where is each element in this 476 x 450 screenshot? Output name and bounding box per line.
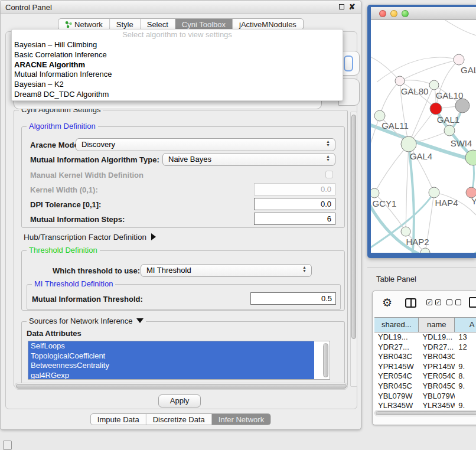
network-node[interactable]	[444, 125, 455, 136]
dpi-tolerance-field[interactable]: 0.0	[254, 198, 335, 210]
column-header-name[interactable]: name	[419, 318, 455, 332]
tab-cyni-toolbox[interactable]: Cyni Toolbox	[175, 19, 233, 30]
network-svg[interactable]: GALGAL80GAL10GAL1GAL11SWI4GAL4GCY1HAP4YH…	[371, 20, 476, 253]
minimize-window-icon[interactable]	[390, 10, 397, 17]
network-node[interactable]	[395, 76, 405, 86]
dock-panel-icon[interactable]	[3, 441, 12, 450]
table-panel-window: ⚙ ✓ ✓ shared...nameA YDL19...YDL19...13Y…	[372, 291, 476, 425]
algorithm-option-bayesian-hill-climbing[interactable]: Bayesian – Hill Climbing	[12, 40, 343, 50]
network-edge[interactable]	[371, 116, 380, 153]
hub-tf-definition-toggle[interactable]: Hub/Transcription Factor Definition	[24, 233, 156, 242]
gear-icon[interactable]: ⚙	[382, 296, 392, 309]
network-edge[interactable]	[371, 56, 400, 81]
network-node[interactable]	[429, 187, 439, 198]
float-panel-icon[interactable]	[337, 3, 345, 11]
tab-impute-data[interactable]: Impute Data	[91, 414, 146, 425]
table-cell: 12	[455, 343, 476, 353]
attribute-item-betweennesscentrality[interactable]: BetweennessCentrality	[28, 361, 314, 371]
table-header: shared...nameA	[374, 317, 476, 332]
mi-threshold-field[interactable]: 0.5	[250, 292, 336, 305]
zoom-window-icon[interactable]	[402, 10, 409, 17]
control-panel-titlebar: Control Panel ✘	[1, 1, 361, 14]
close-panel-icon[interactable]: ✘	[348, 3, 356, 11]
network-node[interactable]	[455, 99, 470, 113]
cyni-algorithm-settings-group: Cyni Algorithm Settings Algorithm Defini…	[14, 110, 348, 387]
mi-threshold-legend: MI Threshold Definition	[32, 279, 115, 288]
which-threshold-label: Which threshold to use:	[53, 266, 140, 275]
table-cell: YBR043C	[419, 352, 455, 362]
network-node[interactable]	[371, 188, 379, 198]
table-row[interactable]: YDR27...YDR27...12	[374, 343, 476, 353]
attribute-item-topologicalcoefficient[interactable]: TopologicalCoefficient	[28, 351, 314, 361]
mi-steps-field[interactable]: 6	[254, 213, 335, 225]
settings-vertical-scrollbar[interactable]	[350, 112, 357, 387]
network-node[interactable]	[374, 110, 385, 121]
tab-discretize-data[interactable]: Discretize Data	[146, 414, 212, 425]
table-row[interactable]: YPR145WYPR145W9.	[374, 362, 476, 372]
network-node[interactable]	[401, 136, 416, 152]
tab-network[interactable]: Network	[58, 19, 110, 30]
algorithm-option-bayesian-k2[interactable]: Bayesian – K2	[12, 80, 343, 90]
network-edge[interactable]	[380, 81, 400, 116]
node-label-gcy1: GCY1	[373, 198, 397, 208]
column-header-a[interactable]: A	[455, 318, 476, 332]
kernel-width-label: Kernel Width (0,1):	[30, 185, 98, 194]
bottom-tab-bar: Impute DataDiscretize DataInfer Network	[90, 413, 271, 425]
table-horizontal-scrollbar[interactable]	[374, 410, 476, 416]
combo-arrow-focus-ring	[344, 56, 353, 71]
algorithm-option-aracne-algorithm[interactable]: ARACNE Algorithm	[12, 60, 343, 70]
mi-algorithm-type-combo[interactable]: Naive Bayes ▲▼	[162, 153, 335, 166]
network-edge[interactable]	[374, 144, 409, 193]
node-label-gal1: GAL1	[437, 115, 459, 125]
tab-infer-network[interactable]: Infer Network	[212, 414, 270, 425]
network-window-titlebar[interactable]	[371, 7, 476, 20]
apply-button[interactable]: Apply	[158, 394, 201, 407]
network-node[interactable]	[454, 54, 464, 65]
list-scrollbar[interactable]	[323, 343, 328, 377]
attribute-item-selfloops[interactable]: SelfLoops	[28, 341, 314, 351]
aracne-mode-combo[interactable]: Discovery ▲▼	[76, 138, 335, 151]
column-header-shared[interactable]: shared...	[374, 318, 419, 332]
combo-arrows-icon: ▲▼	[326, 155, 330, 162]
dpi-tolerance-label: DPI Tolerance [0,1]:	[30, 200, 101, 209]
network-node[interactable]	[429, 80, 439, 90]
network-node[interactable]	[430, 103, 442, 115]
tab-jactivemnodules[interactable]: jActiveMNodules	[233, 19, 303, 30]
algorithm-option-dream8-dc-tdc-algorithm[interactable]: Dream8 DC_TDC Algorithm	[12, 90, 343, 100]
algorithm-option-mutual-information-inference[interactable]: Mutual Information Inference	[12, 70, 343, 80]
tab-style[interactable]: Style	[110, 19, 141, 30]
checked-checkbox-icon[interactable]: ✓	[435, 299, 441, 305]
attribute-item-gal4rgexp[interactable]: gal4RGexp	[28, 371, 314, 380]
checked-checkbox-icon[interactable]: ✓	[426, 299, 432, 305]
table-row[interactable]: YDL19...YDL19...13	[374, 332, 476, 343]
algorithm-option-basic-correlation-inference[interactable]: Basic Correlation Inference	[12, 50, 343, 60]
node-label-gal4: GAL4	[410, 151, 432, 161]
kernel-width-field[interactable]: 0.0	[254, 183, 335, 195]
algorithm-definition-group: Algorithm Definition Aracne Mode: Discov…	[21, 126, 345, 228]
table-row[interactable]: YER054CYER054C8.	[374, 371, 476, 381]
mi-threshold-label: Mutual Information Threshold:	[32, 295, 143, 304]
table-row[interactable]: YBR043CYBR043C	[374, 352, 476, 362]
algorithm-definition-legend: Algorithm Definition	[27, 122, 98, 131]
network-canvas[interactable]: GALGAL80GAL10GAL1GAL11SWI4GAL4GCY1HAP4YH…	[371, 20, 476, 253]
table-row[interactable]: YBR045CYBR045C9.	[374, 381, 476, 392]
mi-algorithm-type-label: Mutual Information Algorithm Type:	[30, 155, 159, 164]
table-cell	[455, 392, 476, 402]
which-threshold-combo[interactable]: MI Threshold ▲▼	[141, 264, 312, 277]
network-edge[interactable]	[406, 144, 409, 231]
table-row[interactable]: YBL079WYBL079W	[374, 392, 476, 402]
document-icon[interactable]	[469, 297, 476, 308]
table-panel-divider	[367, 267, 476, 268]
unchecked-checkbox-icon[interactable]	[446, 299, 452, 305]
close-window-icon[interactable]	[379, 10, 386, 17]
mi-threshold-definition-group: MI Threshold Definition Mutual Informati…	[27, 284, 341, 310]
settings-horizontal-scrollbar[interactable]	[15, 383, 348, 390]
data-attributes-list[interactable]: SelfLoopsTopologicalCoefficientBetweenne…	[28, 341, 330, 380]
network-edge[interactable]	[442, 20, 476, 35]
tab-select[interactable]: Select	[141, 19, 175, 30]
network-node[interactable]	[401, 227, 410, 236]
manual-kernel-checkbox[interactable]	[325, 171, 333, 178]
split-columns-icon[interactable]	[405, 298, 416, 308]
unchecked-checkbox-icon[interactable]	[455, 299, 461, 305]
network-node[interactable]	[420, 248, 430, 253]
